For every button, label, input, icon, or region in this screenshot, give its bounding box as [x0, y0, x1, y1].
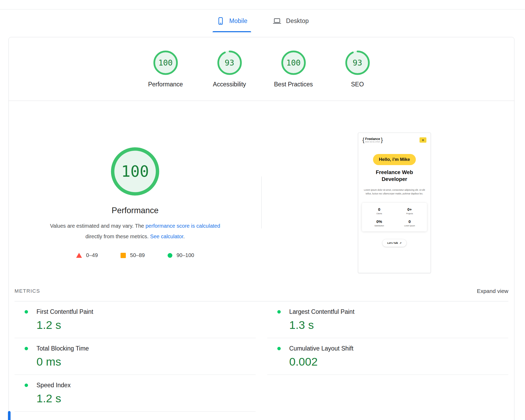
stat-clients: 0 Clients: [364, 207, 394, 214]
logo-text: Freelance: [365, 137, 380, 141]
metrics-header: METRICS Expand view: [9, 288, 514, 294]
expand-view-button[interactable]: Expand view: [477, 288, 508, 294]
site-stats-card: 0 Clients 0+ Projects 0% Satisfaction: [362, 203, 427, 231]
legend-range-pass: 90–100: [177, 252, 194, 258]
pass-dot-icon: [25, 384, 28, 387]
pass-dot-icon: [25, 347, 28, 350]
desktop-laptop-icon: [272, 17, 282, 25]
description-text-after: .: [183, 234, 185, 239]
report-card: 100 Performance 93 Accessibility: [8, 37, 514, 420]
stat-lorem-value: 0: [408, 219, 411, 224]
metric-value: 0.002: [267, 355, 508, 368]
metric-largest-contentful-paint: Largest Contentful Paint 1.3 s: [267, 301, 508, 338]
score-calculated-link[interactable]: performance score is calculated: [145, 223, 220, 229]
metrics-column-right: Largest Contentful Paint 1.3 s Cumulativ…: [267, 301, 508, 412]
lets-talk-label: Let's Talk: [387, 242, 398, 244]
hello-badge: Hello, i'm Mike: [373, 154, 416, 165]
metric-cumulative-layout-shift: Cumulative Layout Shift 0.002: [267, 338, 508, 375]
metrics-section-label: METRICS: [15, 288, 40, 294]
metric-name: First Contentful Paint: [36, 308, 93, 315]
performance-overview-section: 100 Performance Values are estimated and…: [9, 101, 514, 288]
best-practices-score-label: Best Practices: [274, 81, 313, 88]
stat-projects: 0+ Projects: [394, 207, 425, 214]
metric-total-blocking-time: Total Blocking Time 0 ms: [15, 338, 256, 375]
metrics-column-left: First Contentful Paint 1.2 s Total Block…: [15, 301, 256, 412]
performance-section-title: Performance: [112, 206, 158, 215]
metric-name: Total Blocking Time: [36, 345, 89, 352]
metric-value: 1.2 s: [15, 319, 256, 332]
logo-brace-right: }: [381, 137, 383, 143]
seo-score-gauge: 93: [345, 50, 370, 76]
legend-range-average: 50–89: [130, 252, 145, 258]
stat-projects-value: 0+: [407, 207, 412, 212]
arrow-up-right-icon: ↗: [399, 242, 402, 244]
legend-item-average: 50–89: [121, 252, 145, 258]
screenshot-panel: { Freelance WEB DEVELOPER } ≡ Hello, i'm…: [261, 101, 514, 288]
vertical-divider: [261, 176, 262, 228]
logo-wordmark: Freelance WEB DEVELOPER: [365, 137, 380, 142]
accessibility-score-label: Accessibility: [213, 81, 246, 88]
stat-satisfaction-value: 0%: [376, 219, 382, 224]
logo-subtext: WEB DEVELOPER: [365, 141, 380, 143]
page-screenshot-thumbnail[interactable]: { Freelance WEB DEVELOPER } ≡ Hello, i'm…: [358, 133, 431, 273]
device-tabbar: Mobile Desktop: [0, 10, 525, 32]
scroll-indicator: [8, 411, 11, 420]
hamburger-menu-icon: ≡: [420, 137, 426, 143]
description-text-middle: directly from these metrics.: [85, 234, 150, 239]
lets-talk-button: Let's Talk ↗: [383, 239, 406, 247]
stat-lorem-ipsum: 0 Lorem Ipsum: [394, 219, 425, 227]
metrics-grid: First Contentful Paint 1.2 s Total Block…: [9, 301, 514, 412]
best-practices-score-gauge: 100: [281, 50, 306, 76]
stat-satisfaction: 0% Satisfaction: [364, 219, 394, 227]
score-item-best-practices[interactable]: 100 Best Practices: [276, 50, 311, 88]
site-logo: { Freelance WEB DEVELOPER }: [362, 137, 383, 143]
stat-projects-label: Projects: [406, 213, 413, 214]
score-item-seo[interactable]: 93 SEO: [340, 50, 375, 88]
pass-dot-icon: [277, 347, 281, 350]
see-calculator-link[interactable]: See calculator: [150, 234, 183, 239]
accessibility-score-value: 93: [217, 50, 242, 76]
site-intro-paragraph: Lorem ipsum dolor sit amet, consectetur …: [362, 188, 426, 195]
seo-score-value: 93: [345, 50, 370, 76]
tab-desktop[interactable]: Desktop: [270, 10, 311, 32]
stat-clients-label: Clients: [376, 213, 382, 214]
performance-score-label: Performance: [148, 81, 183, 88]
category-scores-row: 100 Performance 93 Accessibility: [9, 37, 514, 88]
performance-description: Values are estimated and may vary. The p…: [45, 221, 225, 242]
stat-satisfaction-label: Satisfaction: [374, 225, 384, 227]
main-performance-gauge-wrap: 100: [110, 146, 160, 197]
fail-triangle-icon: [76, 253, 82, 258]
score-item-performance[interactable]: 100 Performance: [148, 50, 183, 88]
score-range-legend: 0–49 50–89 90–100: [76, 252, 194, 258]
seo-score-label: SEO: [351, 81, 364, 88]
main-performance-gauge: 100: [110, 146, 160, 197]
performance-score-gauge: 100: [153, 50, 178, 76]
legend-range-fail: 0–49: [86, 252, 98, 258]
metric-value: 1.3 s: [267, 319, 508, 332]
pass-dot-icon: [25, 310, 28, 314]
metric-name: Speed Index: [36, 382, 71, 389]
metric-name: Cumulative Layout Shift: [289, 345, 353, 352]
main-performance-score: 100: [110, 146, 160, 197]
logo-brace-left: {: [362, 137, 364, 143]
metric-value: 1.2 s: [15, 392, 256, 405]
legend-item-pass: 90–100: [168, 252, 194, 258]
active-tab-underline: [213, 31, 251, 32]
metric-first-contentful-paint: First Contentful Paint 1.2 s: [15, 301, 256, 338]
accessibility-score-gauge: 93: [217, 50, 242, 76]
pagespeed-report-page: Mobile Desktop 100: [0, 0, 525, 420]
metric-speed-index: Speed Index 1.2 s: [15, 375, 256, 412]
pass-dot-icon: [277, 310, 281, 314]
average-square-icon: [121, 253, 126, 258]
thumbnail-site-header: { Freelance WEB DEVELOPER } ≡: [358, 133, 431, 143]
score-item-accessibility[interactable]: 93 Accessibility: [212, 50, 247, 88]
performance-score-value: 100: [153, 50, 178, 76]
site-heading: Freelance Web Developer: [368, 169, 421, 183]
stat-lorem-label: Lorem Ipsum: [404, 225, 415, 227]
stat-clients-value: 0: [378, 207, 380, 212]
description-text-before: Values are estimated and may vary. The: [50, 223, 145, 229]
legend-item-fail: 0–49: [76, 252, 98, 258]
tab-mobile-label: Mobile: [229, 17, 247, 25]
tab-mobile[interactable]: Mobile: [214, 10, 250, 32]
metric-name: Largest Contentful Paint: [289, 308, 354, 315]
